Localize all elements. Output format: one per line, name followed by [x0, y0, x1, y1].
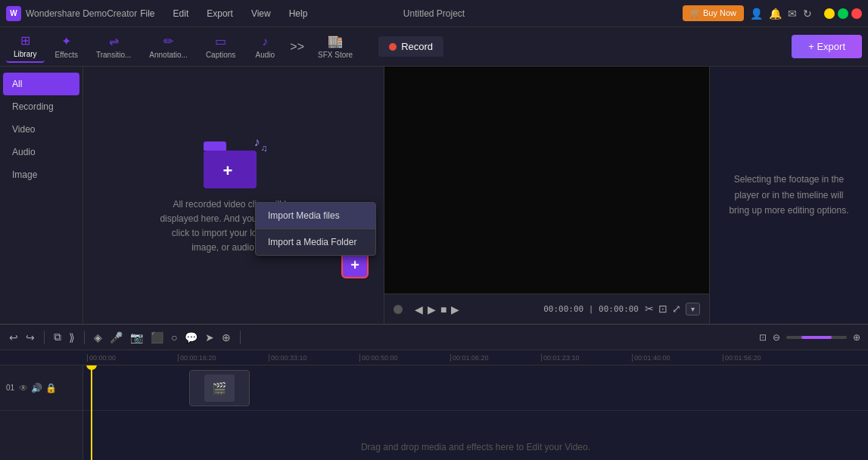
refresh-icon[interactable]: ↻ — [803, 8, 812, 20]
track-label-row-1: 01 👁 🔊 🔒 — [0, 365, 82, 411]
menu-edit[interactable]: Edit — [170, 7, 192, 20]
tl-divider3 — [240, 331, 241, 344]
timeline-track-labels: 01 👁 🔊 🔒 — [0, 365, 83, 460]
toolbar-annotations[interactable]: ✏ Annotatio... — [142, 31, 195, 62]
menu-view[interactable]: View — [248, 7, 274, 20]
minimize-button[interactable] — [824, 8, 835, 19]
zoom-slider-thumb — [801, 336, 832, 339]
track-mute-icon[interactable]: 🔊 — [31, 383, 42, 393]
menu-export[interactable]: Export — [204, 7, 236, 20]
track-lock-icon[interactable]: 🔒 — [45, 383, 57, 393]
sidebar-item-recording[interactable]: Recording — [0, 95, 82, 118]
camera-icon[interactable]: 📷 — [129, 331, 145, 343]
fit-view-icon[interactable]: ⊡ — [759, 332, 767, 343]
captions-icon: ▭ — [215, 34, 226, 48]
preview-panel: ◀ ▶ ■ ▶ 00:00:00 | 00:00:00 ✂ ⊡ ⤢ ▾ — [384, 67, 709, 324]
forward-icon[interactable]: ⟫ — [67, 331, 76, 343]
record-label: Record — [401, 41, 433, 52]
fullscreen-icon[interactable]: ⤢ — [672, 303, 681, 315]
split-icon[interactable]: ⧉ — [52, 331, 63, 343]
ruler-mark-3: 00:00:50:00 — [359, 354, 450, 362]
add-track-icon[interactable]: ⊕ — [220, 331, 232, 343]
ruler-marks: 00:00:00 00:00:16:20 00:00:33:10 00:00:5… — [87, 354, 814, 362]
track-icons-1: 👁 🔊 🔒 — [19, 383, 57, 393]
folder-plus-icon: + — [223, 161, 233, 181]
sidebar-item-audio[interactable]: Audio — [0, 141, 82, 163]
ruler-mark-7: 00:01:56:20 — [723, 354, 814, 362]
menu-file[interactable]: File — [137, 7, 157, 20]
app-logo-area: W Wondershare DemoCreator — [6, 6, 137, 21]
sidebar-item-image[interactable]: Image — [0, 163, 82, 186]
title-right: 🛒 Buy Now 👤 🔔 ✉ ↻ — [683, 5, 862, 21]
sfxstore-icon: 🏬 — [328, 34, 343, 48]
preview-time: 00:00:00 | 00:00:00 — [543, 304, 639, 314]
music-note1-icon: ♪ — [254, 135, 260, 149]
import-files-button[interactable]: Import Media files — [256, 203, 375, 229]
toolbar-captions[interactable]: ▭ Captions — [198, 31, 243, 62]
import-folder-button[interactable]: Import a Media Folder — [256, 229, 375, 255]
zoom-in-icon[interactable]: ⊕ — [853, 332, 860, 343]
buy-now-button[interactable]: 🛒 Buy Now — [683, 5, 744, 21]
zoom-slider[interactable] — [786, 336, 847, 339]
redo-icon[interactable]: ↪ — [24, 331, 36, 343]
record-dot-icon — [389, 43, 397, 51]
arrow-icon[interactable]: ➤ — [204, 331, 216, 343]
speech-icon[interactable]: 💬 — [183, 331, 199, 343]
audio-label: Audio — [256, 51, 275, 59]
sidebar-item-video[interactable]: Video — [0, 118, 82, 141]
track-eye-icon[interactable]: 👁 — [19, 383, 28, 393]
notification-icon[interactable]: 🔔 — [769, 8, 782, 20]
timeline-content: 01 👁 🔊 🔒 🎬 Drag and drop media and eff — [0, 365, 868, 460]
maximize-button[interactable] — [838, 8, 848, 19]
preview-screen — [384, 67, 709, 294]
folder-body: + — [204, 151, 257, 188]
cursor-icon[interactable]: ⬛ — [149, 331, 165, 343]
media-clip-1[interactable]: 🎬 — [189, 370, 250, 406]
timeline-tracks: 🎬 Drag and drop media and effects here t… — [83, 365, 868, 460]
sidebar-item-all[interactable]: All — [3, 73, 79, 95]
library-icon: ⊞ — [20, 33, 30, 48]
prev-frame-icon[interactable]: ◀ — [415, 303, 423, 315]
record-button[interactable]: Record — [378, 36, 443, 57]
crop-icon[interactable]: ⊡ — [658, 303, 667, 315]
marker-icon[interactable]: ◈ — [92, 331, 104, 343]
folder-tab — [204, 141, 226, 151]
add-media-area: + Import Media files Import a Media Fold… — [341, 251, 369, 278]
user-icon[interactable]: 👤 — [750, 8, 763, 20]
toolbar: ⊞ Library ✦ Effects ⇌ Transitio... ✏ Ann… — [0, 27, 868, 67]
titlebar: W Wondershare DemoCreator File Edit Expo… — [0, 0, 868, 27]
close-button[interactable] — [851, 8, 862, 19]
mail-icon[interactable]: ✉ — [788, 8, 797, 20]
toolbar-library[interactable]: ⊞ Library — [6, 30, 45, 63]
play-icon[interactable]: ▶ — [428, 303, 436, 315]
annotations-icon: ✏ — [163, 34, 173, 48]
scissors-icon[interactable]: ✂ — [645, 303, 654, 315]
main-area: All Recording Video Audio Image + ♪ ♫ — [0, 67, 868, 324]
export-button[interactable]: + Export — [792, 35, 862, 58]
hint-text: Selecting the footage in the player or i… — [725, 172, 853, 218]
menu-help[interactable]: Help — [286, 7, 311, 20]
project-title: Untitled Project — [403, 8, 465, 19]
import-dropdown: Import Media files Import a Media Folder — [255, 202, 376, 256]
zoom-out-icon[interactable]: ⊖ — [773, 332, 780, 343]
hint-panel: Selecting the footage in the player or i… — [709, 67, 868, 324]
undo-icon[interactable]: ↩ — [8, 331, 20, 343]
mic-icon[interactable]: 🎤 — [108, 331, 124, 343]
toolbar-transitions[interactable]: ⇌ Transitio... — [89, 31, 138, 62]
ruler-mark-2: 00:00:33:10 — [269, 354, 359, 362]
toolbar-more-button[interactable]: >> — [287, 40, 307, 54]
track-row-1: 🎬 — [83, 365, 868, 411]
toolbar-sfxstore[interactable]: 🏬 SFX Store — [310, 31, 360, 62]
stop-icon[interactable]: ■ — [440, 303, 446, 315]
timeline-cursor[interactable] — [91, 365, 92, 460]
toolbar-effects[interactable]: ✦ Effects — [48, 31, 86, 62]
preview-dropdown-button[interactable]: ▾ — [686, 303, 700, 315]
next-frame-icon[interactable]: ▶ — [451, 303, 459, 315]
window-controls — [824, 8, 862, 19]
circle-icon[interactable]: ○ — [170, 331, 179, 343]
ruler-mark-1: 00:00:16:20 — [178, 354, 269, 362]
preview-playhead-dot — [394, 305, 403, 314]
sidebar: All Recording Video Audio Image — [0, 67, 83, 324]
preview-controls: ◀ ▶ ■ ▶ 00:00:00 | 00:00:00 ✂ ⊡ ⤢ ▾ — [384, 294, 709, 324]
toolbar-audio[interactable]: ♪ Audio — [246, 32, 284, 62]
